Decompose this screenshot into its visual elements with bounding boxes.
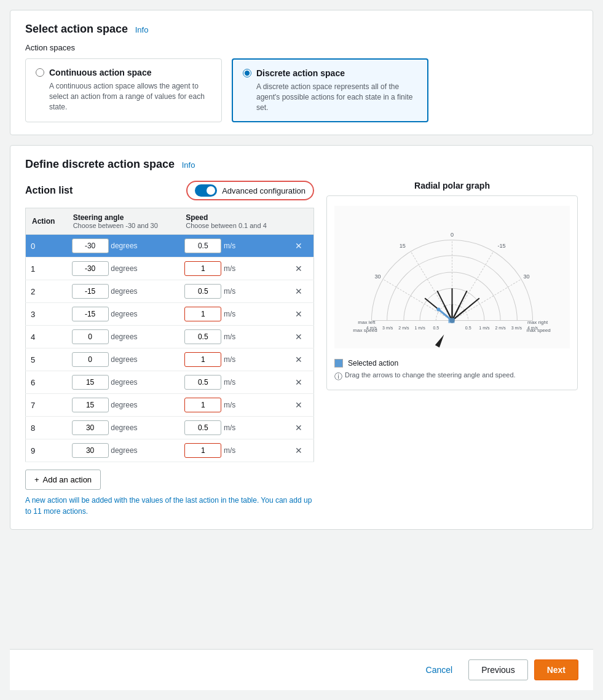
speed-input[interactable] xyxy=(184,261,221,276)
delete-row-button[interactable]: ✕ xyxy=(293,399,305,411)
info-circle-icon: ⓘ xyxy=(334,371,342,382)
speed-cell: m/s xyxy=(179,348,288,371)
continuous-label: Continuous action space xyxy=(49,68,151,77)
speed-input[interactable] xyxy=(184,329,221,344)
svg-point-39 xyxy=(436,308,440,312)
delete-row-button[interactable]: ✕ xyxy=(293,308,305,320)
discrete-radio[interactable] xyxy=(243,69,251,77)
delete-row-button[interactable]: ✕ xyxy=(293,353,305,366)
speed-input[interactable] xyxy=(184,398,221,412)
advanced-config-toggle[interactable]: Advanced configuration xyxy=(186,181,314,200)
action-list-panel: Action list Advanced configuration A xyxy=(25,181,314,517)
table-row[interactable]: 5 degrees m/s ✕ xyxy=(26,348,314,371)
delete-cell: ✕ xyxy=(288,303,313,326)
speed-input[interactable] xyxy=(184,238,221,253)
action-list-header: Action list Advanced configuration xyxy=(25,181,314,200)
table-row[interactable]: 2 degrees m/s ✕ xyxy=(26,280,314,303)
speed-input[interactable] xyxy=(184,307,221,321)
steering-cell: degrees xyxy=(67,303,180,326)
steering-cell: degrees xyxy=(67,439,180,462)
speed-cell: m/s xyxy=(179,417,288,439)
steering-cell: degrees xyxy=(67,348,180,371)
speed-input[interactable] xyxy=(184,284,221,299)
svg-text:4 m/s: 4 m/s xyxy=(366,326,377,330)
table-row[interactable]: 8 degrees m/s ✕ xyxy=(26,417,314,439)
add-action-label: Add an action xyxy=(43,475,92,484)
steering-input[interactable] xyxy=(72,443,109,458)
select-action-space-card: Select action space Info Action spaces C… xyxy=(10,10,593,135)
table-row[interactable]: 1 degrees m/s ✕ xyxy=(26,258,314,280)
action-spaces-label: Action spaces xyxy=(25,43,578,52)
delete-cell: ✕ xyxy=(288,280,313,303)
degrees-label: degrees xyxy=(111,332,137,341)
delete-row-button[interactable]: ✕ xyxy=(293,422,305,434)
degrees-label: degrees xyxy=(111,264,137,273)
next-button[interactable]: Next xyxy=(534,659,578,680)
degrees-label: degrees xyxy=(111,310,137,318)
continuous-desc: A continuous action space allows the age… xyxy=(36,81,211,112)
action-id: 4 xyxy=(26,326,67,348)
discrete-option[interactable]: Discrete action space A discrete action … xyxy=(232,58,428,122)
svg-text:0.5: 0.5 xyxy=(465,326,471,330)
speed-cell: m/s xyxy=(179,303,288,326)
table-row[interactable]: 6 degrees m/s ✕ xyxy=(26,371,314,394)
action-id: 5 xyxy=(26,348,67,371)
advanced-toggle-switch[interactable] xyxy=(195,184,217,197)
action-id: 8 xyxy=(26,417,67,439)
delete-row-button[interactable]: ✕ xyxy=(293,240,305,252)
svg-text:30: 30 xyxy=(523,273,529,280)
steering-input[interactable] xyxy=(72,329,109,344)
table-row[interactable]: 9 degrees m/s ✕ xyxy=(26,439,314,462)
steering-input[interactable] xyxy=(72,420,109,435)
svg-text:0: 0 xyxy=(451,232,454,238)
table-row[interactable]: 3 degrees m/s ✕ xyxy=(26,303,314,326)
steering-input[interactable] xyxy=(72,375,109,390)
continuous-option[interactable]: Continuous action space A continuous act… xyxy=(25,58,222,122)
delete-row-button[interactable]: ✕ xyxy=(293,376,305,388)
section2-info-link[interactable]: Info xyxy=(182,160,195,170)
section1-info-link[interactable]: Info xyxy=(135,25,149,34)
action-space-options: Continuous action space A continuous act… xyxy=(25,58,578,122)
col-delete xyxy=(288,208,313,235)
delete-cell: ✕ xyxy=(288,326,313,348)
delete-row-button[interactable]: ✕ xyxy=(293,444,305,457)
ms-label: m/s xyxy=(224,423,235,432)
table-row[interactable]: 0 degrees m/s ✕ xyxy=(26,235,314,258)
degrees-label: degrees xyxy=(111,355,137,364)
speed-input[interactable] xyxy=(184,375,221,390)
graph-title: Radial polar graph xyxy=(326,181,578,191)
table-row[interactable]: 7 degrees m/s ✕ xyxy=(26,394,314,417)
steering-cell: degrees xyxy=(67,280,180,303)
speed-cell: m/s xyxy=(179,258,288,280)
speed-input[interactable] xyxy=(184,352,221,367)
delete-row-button[interactable]: ✕ xyxy=(293,285,305,297)
continuous-radio[interactable] xyxy=(36,68,44,77)
action-id: 0 xyxy=(26,235,67,258)
add-action-button[interactable]: + Add an action xyxy=(25,470,101,490)
define-action-space-card: Define discrete action space Info Action… xyxy=(10,145,593,530)
steering-input[interactable] xyxy=(72,284,109,299)
svg-text:max left: max left xyxy=(358,320,376,325)
delete-row-button[interactable]: ✕ xyxy=(293,331,305,343)
steering-cell: degrees xyxy=(67,417,180,439)
graph-note-text: Drag the arrows to change the steering a… xyxy=(345,371,516,379)
ms-label: m/s xyxy=(224,378,235,387)
steering-input[interactable] xyxy=(72,238,109,253)
delete-row-button[interactable]: ✕ xyxy=(293,262,305,275)
speed-input[interactable] xyxy=(184,420,221,435)
legend-box xyxy=(334,359,343,368)
svg-rect-41 xyxy=(448,318,454,323)
steering-input[interactable] xyxy=(72,307,109,321)
steering-input[interactable] xyxy=(72,261,109,276)
cancel-button[interactable]: Cancel xyxy=(416,659,463,680)
steering-input[interactable] xyxy=(72,398,109,412)
action-list-title: Action list xyxy=(25,185,73,196)
ms-label: m/s xyxy=(224,310,235,318)
steering-input[interactable] xyxy=(72,352,109,367)
discrete-desc: A discrete action space represents all o… xyxy=(243,82,417,112)
table-row[interactable]: 4 degrees m/s ✕ xyxy=(26,326,314,348)
steering-cell: degrees xyxy=(67,371,180,394)
speed-input[interactable] xyxy=(184,443,221,458)
radial-polar-graph: 0 15 -15 30 30 max left max right max sp… xyxy=(334,203,570,351)
previous-button[interactable]: Previous xyxy=(468,659,527,680)
